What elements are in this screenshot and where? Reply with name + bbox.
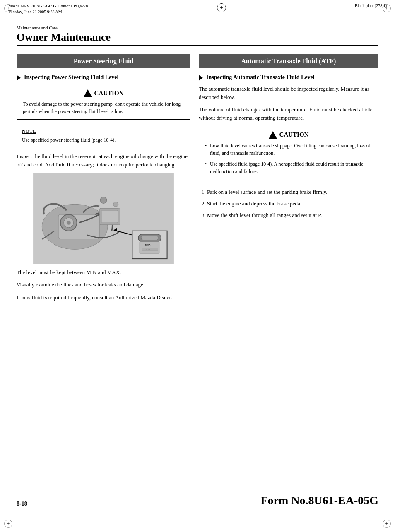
triangle-bullet-icon	[17, 75, 21, 81]
breadcrumb: Maintenance and Care	[17, 25, 378, 30]
caution-title: CAUTION	[23, 89, 184, 97]
level-para: The level must be kept between MIN and M…	[17, 268, 190, 277]
page-number: 8-18	[17, 501, 27, 507]
visually-examine-para: Visually examine the lines and hoses for…	[17, 281, 190, 289]
header-center	[217, 3, 226, 13]
registration-mark	[217, 3, 226, 12]
page-footer: 8-18 Form No.8U61-EA-05G	[17, 494, 378, 507]
right-column: Automatic Transaxle Fluid (ATF) Inspecti…	[199, 54, 378, 306]
svg-point-8	[100, 197, 107, 204]
atf-caution-bullet-list: Low fluid level causes transaxle slippag…	[205, 142, 372, 175]
svg-rect-14	[141, 236, 158, 240]
form-number: Form No.8U61-EA-05G	[260, 494, 378, 507]
svg-point-5	[67, 221, 71, 225]
svg-rect-20	[142, 248, 158, 251]
atf-steps-list: Park on a level surface and set the park…	[199, 188, 378, 219]
atf-caution-bullet-2: Use specified fluid (page 10-4). A nonsp…	[205, 160, 372, 175]
header-left: Mazda MPV_8U61-EA-05G_Edition1 Page278 T…	[8, 3, 88, 15]
corner-reg-tl: +	[4, 4, 12, 12]
power-steering-section-header: Power Steering Fluid	[17, 54, 190, 68]
note-box: NOTE Use specified power steering fluid …	[17, 125, 190, 147]
atf-caution-box: CAUTION Low fluid level causes transaxle…	[199, 127, 378, 183]
atf-caution-triangle-icon	[269, 131, 277, 139]
atf-step-3: Move the shift lever through all ranges …	[207, 211, 378, 219]
power-steering-subsection-heading: Inspecting Power Steering Fluid Level	[17, 74, 190, 81]
atf-step-1: Park on a level surface and set the park…	[207, 188, 378, 196]
inspect-para: Inspect the fluid level in the reservoir…	[17, 152, 190, 169]
engine-diagram: MAX MIN	[33, 173, 174, 264]
new-fluid-para: If new fluid is required frequently, con…	[17, 294, 190, 302]
svg-rect-7	[101, 210, 118, 223]
atf-subsection-heading: Inspecting Automatic Transaxle Fluid Lev…	[199, 74, 378, 81]
corner-reg-tr: +	[383, 4, 391, 12]
left-column: Power Steering Fluid Inspecting Power St…	[17, 54, 190, 306]
page-title: Owner Maintenance	[17, 31, 378, 46]
atf-intro-para1: The automatic transaxle fluid level shou…	[199, 85, 378, 101]
header-right: Black plate (278,1)	[355, 3, 387, 8]
svg-text:MAX: MAX	[145, 244, 151, 246]
engine-svg: MAX MIN	[34, 173, 173, 264]
atf-section-header: Automatic Transaxle Fluid (ATF)	[199, 54, 378, 68]
svg-point-9	[113, 202, 118, 207]
note-title: NOTE	[22, 128, 185, 135]
atf-step-2: Start the engine and depress the brake p…	[207, 200, 378, 208]
atf-caution-title: CAUTION	[205, 131, 372, 139]
header-line2: Tuesday, June 21 2005 9:38 AM	[8, 9, 88, 15]
page-wrapper: Mazda MPV_8U61-EA-05G_Edition1 Page278 T…	[0, 0, 395, 532]
power-steering-caution-box: CAUTION To avoid damage to the power ste…	[17, 85, 190, 120]
triangle-bullet-atf-icon	[199, 75, 203, 81]
page-header: Mazda MPV_8U61-EA-05G_Edition1 Page278 T…	[0, 0, 395, 17]
caution-triangle-icon	[84, 89, 92, 97]
caution-text: To avoid damage to the power steering pu…	[23, 100, 184, 115]
two-column-layout: Power Steering Fluid Inspecting Power St…	[17, 54, 378, 306]
atf-caution-bullet-1: Low fluid level causes transaxle slippag…	[205, 142, 372, 157]
corner-reg-br: +	[383, 520, 391, 528]
header-line1: Mazda MPV_8U61-EA-05G_Edition1 Page278	[8, 3, 88, 9]
main-content: Maintenance and Care Owner Maintenance P…	[0, 17, 395, 314]
note-text: Use specified power steering fluid (page…	[22, 136, 185, 144]
atf-intro-para2: The volume of fluid changes with the tem…	[199, 106, 378, 122]
corner-reg-bl: +	[4, 520, 12, 528]
